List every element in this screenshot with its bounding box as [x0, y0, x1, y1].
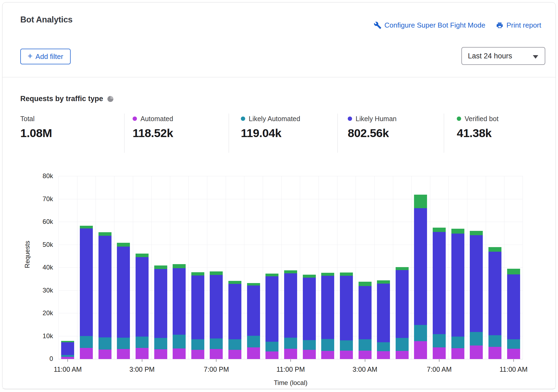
bar-segment-likely-automated[interactable]	[470, 332, 483, 346]
bar-segment-verified-bot[interactable]	[488, 247, 501, 252]
bar-800pm[interactable]	[228, 281, 241, 359]
bar-segment-likely-automated[interactable]	[284, 338, 297, 349]
bar-segment-verified-bot[interactable]	[191, 272, 204, 275]
bar-500am[interactable]	[396, 267, 409, 359]
bar-600pm[interactable]	[191, 272, 204, 359]
bar-segment-verified-bot[interactable]	[340, 273, 353, 276]
bar-segment-likely-human[interactable]	[377, 284, 390, 342]
print-report-link[interactable]: Print report	[496, 21, 541, 29]
bar-segment-verified-bot[interactable]	[136, 254, 149, 257]
bar-segment-automated[interactable]	[359, 351, 372, 359]
bar-segment-likely-human[interactable]	[321, 276, 334, 339]
bar-200pm[interactable]	[117, 243, 130, 359]
bar-segment-likely-human[interactable]	[99, 236, 111, 337]
bar-segment-likely-human[interactable]	[247, 285, 260, 336]
bar-segment-likely-human[interactable]	[488, 252, 501, 335]
bar-segment-verified-bot[interactable]	[414, 195, 427, 208]
bar-segment-verified-bot[interactable]	[173, 264, 186, 268]
bar-segment-verified-bot[interactable]	[80, 226, 93, 228]
bar-segment-verified-bot[interactable]	[507, 269, 520, 274]
bar-segment-automated[interactable]	[99, 350, 111, 359]
bar-segment-likely-automated[interactable]	[451, 337, 464, 348]
bar-segment-likely-automated[interactable]	[191, 339, 204, 350]
bar-1100am[interactable]	[507, 269, 520, 359]
bar-segment-likely-automated[interactable]	[359, 339, 372, 350]
bar-segment-verified-bot[interactable]	[228, 281, 241, 284]
bar-200am[interactable]	[340, 273, 353, 359]
bar-segment-likely-human[interactable]	[210, 275, 223, 338]
bar-segment-likely-human[interactable]	[154, 269, 167, 338]
bar-900am[interactable]	[470, 231, 483, 359]
bar-segment-automated[interactable]	[117, 349, 130, 359]
bar-segment-likely-human[interactable]	[340, 276, 353, 340]
bar-segment-likely-human[interactable]	[284, 273, 297, 338]
bar-segment-likely-human[interactable]	[265, 276, 278, 342]
bar-1200pm[interactable]	[80, 226, 93, 359]
bar-segment-automated[interactable]	[321, 351, 334, 359]
bar-segment-verified-bot[interactable]	[359, 282, 372, 286]
bar-segment-verified-bot[interactable]	[396, 267, 409, 270]
bar-segment-verified-bot[interactable]	[451, 229, 464, 234]
bar-segment-likely-human[interactable]	[173, 268, 186, 335]
bar-segment-likely-human[interactable]	[396, 270, 409, 338]
bar-segment-automated[interactable]	[396, 351, 409, 359]
bar-segment-automated[interactable]	[470, 346, 483, 359]
bar-segment-likely-automated[interactable]	[433, 334, 446, 347]
bar-segment-likely-human[interactable]	[451, 234, 464, 337]
bar-400am[interactable]	[377, 280, 390, 359]
bar-segment-likely-automated[interactable]	[99, 337, 111, 350]
bar-segment-automated[interactable]	[247, 347, 260, 359]
bar-segment-automated[interactable]	[414, 341, 427, 359]
bar-segment-likely-automated[interactable]	[210, 338, 223, 349]
bar-400pm[interactable]	[154, 265, 167, 359]
bar-segment-verified-bot[interactable]	[210, 271, 223, 275]
bar-segment-likely-automated[interactable]	[173, 335, 186, 348]
bar-segment-likely-automated[interactable]	[396, 338, 409, 351]
time-range-dropdown[interactable]: Last 24 hours	[461, 47, 545, 65]
bar-segment-automated[interactable]	[80, 348, 93, 359]
stat-automated[interactable]: Automated 118.52k	[133, 115, 173, 140]
bar-segment-automated[interactable]	[265, 351, 278, 359]
bar-segment-verified-bot[interactable]	[303, 275, 316, 278]
bar-segment-automated[interactable]	[507, 349, 520, 359]
bar-segment-likely-human[interactable]	[470, 235, 483, 332]
bar-segment-automated[interactable]	[61, 357, 74, 359]
bar-segment-likely-automated[interactable]	[265, 342, 278, 351]
bar-segment-verified-bot[interactable]	[377, 280, 390, 284]
bar-300am[interactable]	[359, 282, 372, 359]
bar-segment-likely-automated[interactable]	[117, 338, 130, 349]
stat-likely-human[interactable]: Likely Human 802.56k	[348, 115, 396, 140]
stat-likely-automated[interactable]: Likely Automated 119.04k	[241, 115, 300, 140]
bar-segment-automated[interactable]	[228, 350, 241, 359]
bar-segment-likely-human[interactable]	[61, 342, 74, 355]
bar-segment-likely-human[interactable]	[117, 247, 130, 338]
bar-segment-likely-human[interactable]	[507, 274, 520, 339]
bar-segment-automated[interactable]	[340, 351, 353, 359]
bar-100am[interactable]	[321, 273, 334, 359]
bar-segment-likely-human[interactable]	[359, 286, 372, 339]
bar-segment-likely-human[interactable]	[303, 278, 316, 340]
bar-segment-verified-bot[interactable]	[247, 283, 260, 285]
bar-segment-automated[interactable]	[191, 350, 204, 359]
bar-segment-automated[interactable]	[433, 347, 446, 359]
bar-segment-likely-human[interactable]	[414, 208, 427, 325]
bar-segment-verified-bot[interactable]	[99, 232, 111, 236]
bar-600am[interactable]	[414, 195, 427, 359]
bar-segment-verified-bot[interactable]	[117, 243, 130, 247]
bar-segment-verified-bot[interactable]	[433, 228, 446, 232]
bar-segment-likely-automated[interactable]	[321, 339, 334, 351]
bar-segment-automated[interactable]	[451, 348, 464, 359]
bar-segment-likely-automated[interactable]	[136, 337, 149, 348]
stat-total[interactable]: Total 1.08M	[20, 115, 52, 140]
bar-segment-automated[interactable]	[488, 347, 501, 359]
bar-900pm[interactable]	[247, 283, 260, 359]
bar-segment-likely-automated[interactable]	[377, 342, 390, 351]
bar-segment-likely-human[interactable]	[433, 232, 446, 334]
bar-700am[interactable]	[433, 228, 446, 359]
bar-segment-likely-automated[interactable]	[154, 338, 167, 349]
bar-segment-likely-human[interactable]	[80, 228, 93, 336]
bar-segment-verified-bot[interactable]	[154, 265, 167, 269]
bar-segment-automated[interactable]	[377, 351, 390, 359]
bar-segment-automated[interactable]	[210, 349, 223, 359]
bar-1100pm[interactable]	[284, 270, 297, 359]
